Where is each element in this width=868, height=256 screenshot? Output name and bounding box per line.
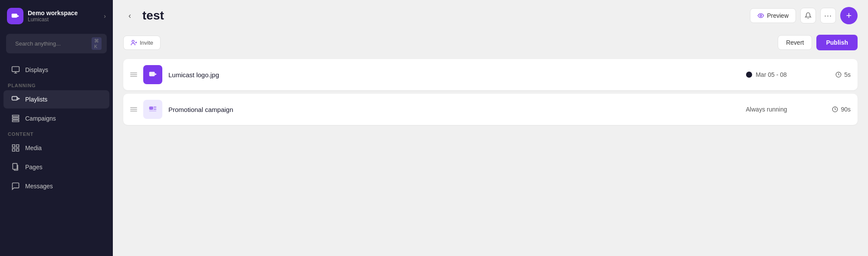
svg-rect-15 [149,111,157,112]
workspace-logo [7,8,23,24]
top-bar-left: ‹ test [123,9,164,23]
item-thumbnail [143,100,162,119]
item-thumbnail [143,65,162,84]
duration-text: 90s [841,106,851,113]
workspace-expand-icon: › [104,13,106,20]
preview-icon [757,12,764,19]
item-name: Lumicast logo.jpg [168,71,717,79]
item-duration: 90s [816,106,851,113]
search-bar[interactable]: ⌘ K [6,34,107,53]
add-button[interactable]: + [840,7,858,24]
svg-rect-3 [12,67,20,72]
svg-rect-6 [13,164,17,169]
svg-marker-1 [17,15,20,17]
sidebar-item-pages[interactable]: Pages [3,158,109,176]
svg-marker-5 [17,98,19,100]
campaigns-icon [11,114,20,123]
playlist-icon [11,95,20,104]
ellipsis-icon: ··· [824,11,832,20]
sidebar-item-pages-label: Pages [25,164,43,171]
item-name: Promotional campaign [168,106,717,113]
main-content: ‹ test Preview ··· + [113,0,868,256]
drag-handle[interactable] [130,72,137,77]
sidebar-item-media[interactable]: Media [3,139,109,157]
campaign-icon [148,105,158,114]
item-schedule: Mar 05 - 08 [723,71,810,78]
sidebar-item-campaigns-label: Campaigns [25,115,56,122]
revert-button[interactable]: Revert [778,35,812,50]
schedule-text: Always running [746,106,787,113]
more-options-button[interactable]: ··· [820,8,836,23]
content-area: Lumicast logo.jpg Mar 05 - 08 5s [113,56,868,256]
workspace-name: Demo workspace [28,10,99,16]
item-schedule: Always running [723,106,810,113]
pages-icon [11,163,20,171]
svg-rect-9 [149,72,155,76]
sidebar-item-playlists-label: Playlists [25,96,47,103]
bell-icon [805,12,812,19]
sidebar-item-displays-label: Displays [25,66,48,73]
sub-toolbar: Invite Revert Publish [113,31,868,56]
sidebar-item-messages-label: Messages [25,183,53,190]
schedule-text: Mar 05 - 08 [756,71,787,78]
content-section-label: Content [0,128,113,138]
sidebar: Demo workspace Lumicast › ⌘ K Displays P… [0,0,113,256]
playlist-item: Promotional campaign Always running 90s [123,94,858,125]
svg-rect-14 [154,108,156,110]
invite-label: Invite [140,39,153,46]
svg-rect-0 [12,14,17,18]
publish-button[interactable]: Publish [816,35,858,50]
search-input[interactable] [15,40,88,47]
planning-section-label: Planning [0,79,113,90]
svg-marker-10 [155,73,157,75]
sub-toolbar-right: Revert Publish [778,35,858,50]
workspace-info: Demo workspace Lumicast [28,10,99,23]
notification-button[interactable] [800,8,816,23]
image-icon [148,70,158,79]
media-icon [11,144,20,152]
svg-rect-13 [154,107,156,108]
preview-button[interactable]: Preview [750,8,796,23]
svg-rect-12 [149,107,153,110]
invite-button[interactable]: Invite [123,36,161,50]
invite-icon [131,39,137,46]
preview-label: Preview [767,12,789,19]
workspace-sub: Lumicast [28,16,99,23]
svg-rect-4 [12,96,17,100]
sidebar-item-media-label: Media [25,144,42,151]
monitor-icon [11,66,20,74]
svg-point-7 [760,15,762,16]
drag-handle[interactable] [130,107,137,112]
plus-icon: + [846,10,852,21]
page-title: test [142,9,164,23]
top-bar-right: Preview ··· + [750,7,858,24]
svg-point-8 [132,40,134,42]
back-button[interactable]: ‹ [123,9,136,22]
clock-icon [835,72,842,78]
top-bar: ‹ test Preview ··· + [113,0,868,31]
svg-point-2 [11,43,12,44]
sidebar-item-messages[interactable]: Messages [3,177,109,195]
messages-icon [11,182,20,190]
clock-icon [832,106,838,112]
search-shortcut: ⌘ K [92,37,102,50]
item-duration: 5s [816,71,851,78]
sidebar-item-campaigns[interactable]: Campaigns [3,109,109,128]
playlist-item: Lumicast logo.jpg Mar 05 - 08 5s [123,59,858,90]
sidebar-item-displays[interactable]: Displays [3,61,109,79]
duration-text: 5s [844,71,851,78]
schedule-dot [746,72,752,78]
sidebar-item-playlists[interactable]: Playlists [3,90,109,108]
workspace-header[interactable]: Demo workspace Lumicast › [0,0,113,32]
search-icon [11,41,12,47]
